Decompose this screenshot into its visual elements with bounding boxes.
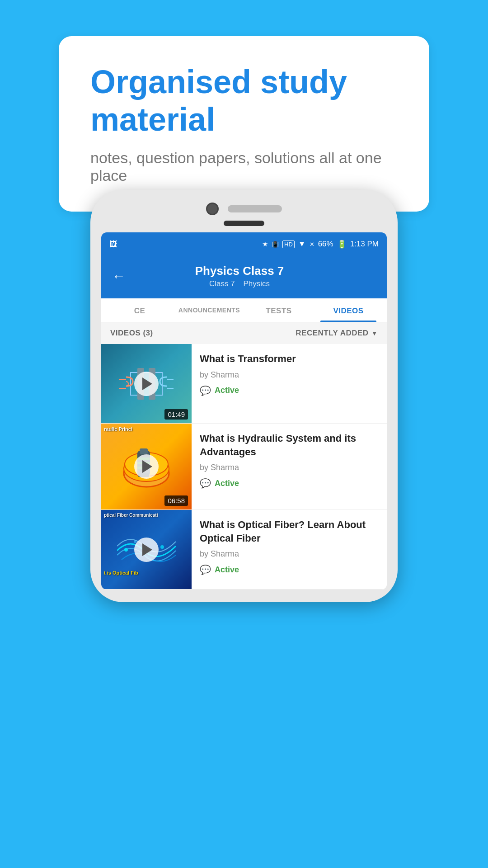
camera	[206, 203, 219, 215]
video-info-hydraulic: What is Hydraulic System and its Advanta…	[192, 424, 387, 497]
header-subject: Physics	[244, 279, 270, 288]
svg-point-16	[124, 548, 128, 552]
chat-icon-3: 💬	[200, 564, 211, 575]
signal-icon: ✕	[310, 241, 314, 248]
photo-icon: 🖼	[109, 240, 117, 249]
status-active-3: Active	[215, 565, 239, 575]
header-subtitle: Class 7 Physics	[135, 279, 344, 288]
video-status-2: 💬 Active	[200, 478, 379, 489]
optical-text-top: ptical Fiber Communicati	[104, 513, 158, 518]
video-thumb-transformer: 01:49	[101, 344, 192, 423]
chat-icon-2: 💬	[200, 478, 211, 489]
video-item-optical[interactable]: ptical Fiber Communicati t is Optical Fi…	[101, 510, 387, 590]
video-item-hydraulic[interactable]: raulic Princi 06:58 What is Hydraulic Sy…	[101, 424, 387, 510]
header-class: Class 7	[209, 279, 235, 288]
video-info-transformer: What is Transformer by Sharma 💬 Active	[192, 344, 387, 404]
app-header: ← Physics Class 7 Class 7 Physics	[101, 256, 387, 298]
bubble-subtitle: notes, question papers, solutions all at…	[90, 149, 398, 184]
tab-announcements[interactable]: ANNOUNCEMENTS	[174, 298, 244, 322]
back-button[interactable]: ←	[112, 269, 126, 284]
phone-outer: 🖼 ★ 📳 HD ▼ ✕ 66% 🔋 1:13 PM ←	[90, 190, 398, 602]
phone-screen: 🖼 ★ 📳 HD ▼ ✕ 66% 🔋 1:13 PM ←	[101, 232, 387, 590]
chat-icon-1: 💬	[200, 385, 211, 396]
video-duration-2: 06:58	[164, 495, 188, 506]
status-bar: 🖼 ★ 📳 HD ▼ ✕ 66% 🔋 1:13 PM	[101, 232, 387, 256]
header-text: Physics Class 7 Class 7 Physics	[135, 264, 344, 288]
optical-text-bottom: t is Optical Fib	[104, 570, 138, 576]
video-thumb-optical: ptical Fiber Communicati t is Optical Fi…	[101, 510, 192, 589]
video-author-1: by Sharma	[200, 370, 379, 380]
tab-tests[interactable]: TESTS	[244, 298, 314, 322]
hydraulic-text-top: raulic Princi	[104, 426, 132, 432]
battery-icon: 🔋	[337, 240, 347, 249]
bluetooth-icon: ★	[262, 240, 268, 248]
video-status-1: 💬 Active	[200, 385, 379, 396]
videos-count: VIDEOS (3)	[110, 329, 153, 338]
video-title-3: What is Optical Fiber? Learn About Optic…	[200, 518, 379, 545]
status-right: ★ 📳 HD ▼ ✕ 66% 🔋 1:13 PM	[262, 240, 379, 249]
tab-videos[interactable]: VIDEOS	[314, 298, 383, 322]
status-active-1: Active	[215, 386, 239, 395]
video-title-2: What is Hydraulic System and its Advanta…	[200, 432, 379, 458]
bubble-title: Organised study material	[90, 63, 398, 138]
phone-button	[224, 221, 264, 226]
top-section: Organised study material notes, question…	[0, 0, 488, 212]
speaker	[228, 205, 282, 212]
vibrate-icon: 📳	[272, 241, 279, 248]
video-author-2: by Sharma	[200, 463, 379, 472]
phone-mockup: 🖼 ★ 📳 HD ▼ ✕ 66% 🔋 1:13 PM ←	[90, 190, 398, 602]
hd-badge: HD	[282, 241, 295, 248]
sort-label: RECENTLY ADDED	[296, 329, 368, 338]
video-duration-1: 01:49	[164, 409, 188, 420]
speech-bubble: Organised study material notes, question…	[59, 36, 429, 212]
video-item-transformer[interactable]: 01:49 What is Transformer by Sharma 💬 Ac…	[101, 344, 387, 424]
wifi-icon: ▼	[298, 240, 306, 249]
video-thumb-hydraulic: raulic Princi 06:58	[101, 424, 192, 509]
videos-header: VIDEOS (3) RECENTLY ADDED ▼	[101, 322, 387, 344]
svg-point-18	[160, 545, 164, 549]
phone-top-bar	[101, 203, 387, 215]
status-left: 🖼	[109, 240, 117, 249]
video-title-1: What is Transformer	[200, 352, 379, 366]
video-status-3: 💬 Active	[200, 564, 379, 575]
tab-ce[interactable]: CE	[105, 298, 174, 322]
tabs-bar: CE ANNOUNCEMENTS TESTS VIDEOS	[101, 298, 387, 322]
header-title: Physics Class 7	[135, 264, 344, 278]
video-info-optical: What is Optical Fiber? Learn About Optic…	[192, 510, 387, 583]
status-active-2: Active	[215, 479, 239, 488]
battery-text: 66%	[318, 240, 333, 249]
video-author-3: by Sharma	[200, 549, 379, 559]
time-display: 1:13 PM	[350, 240, 379, 249]
svg-rect-11	[140, 448, 148, 454]
sort-chevron: ▼	[371, 330, 378, 337]
sort-button[interactable]: RECENTLY ADDED ▼	[296, 329, 378, 338]
